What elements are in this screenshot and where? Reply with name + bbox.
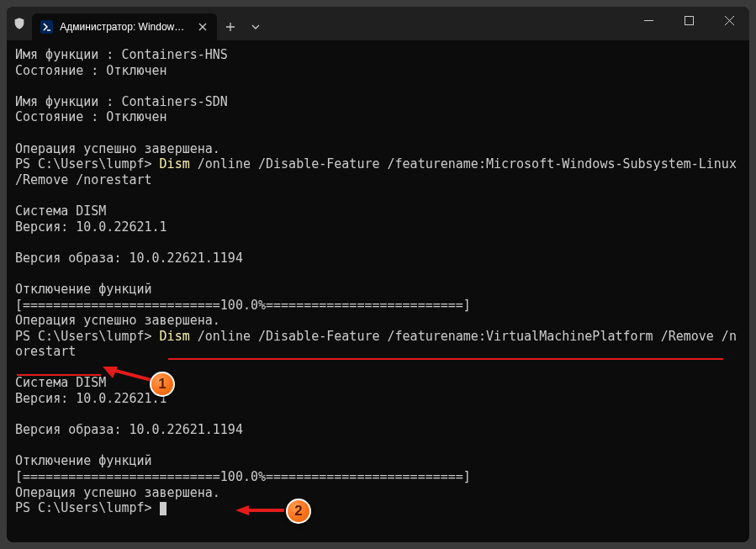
output-line: Версия образа: 10.0.22621.1194 bbox=[15, 422, 243, 437]
annotation-underline-1b bbox=[17, 374, 101, 376]
minimize-icon bbox=[644, 16, 653, 25]
annotation-bubble-1: 1 bbox=[150, 372, 175, 397]
terminal-content[interactable]: Имя функции : Containers-HNS Состояние :… bbox=[7, 40, 749, 542]
output-line: Имя функции : Containers-HNS bbox=[15, 47, 228, 62]
tab-active[interactable]: Администратор: Windows Po bbox=[32, 13, 217, 40]
tab-title: Администратор: Windows Po bbox=[60, 21, 188, 33]
output-line: Версия образа: 10.0.22621.1194 bbox=[15, 251, 243, 266]
output-line: Отключение функций bbox=[15, 282, 152, 297]
terminal-window: Администратор: Windows Po Имя функции : … bbox=[7, 7, 749, 542]
annotation-arrow-2 bbox=[234, 504, 284, 517]
command: Dism bbox=[160, 156, 190, 172]
close-icon bbox=[725, 16, 734, 25]
output-line: Cистема DISM bbox=[15, 203, 106, 219]
output-line: Операция успешно завершена. bbox=[15, 313, 220, 328]
titlebar[interactable]: Администратор: Windows Po bbox=[7, 7, 749, 40]
maximize-icon bbox=[685, 16, 694, 25]
output-line: Версия: 10.0.22621.1 bbox=[15, 219, 167, 235]
output-line: Операция успешно завершена. bbox=[15, 485, 220, 500]
new-tab-button[interactable] bbox=[217, 13, 244, 40]
close-button[interactable] bbox=[709, 7, 749, 34]
minimize-button[interactable] bbox=[628, 7, 669, 34]
cursor bbox=[160, 502, 167, 515]
svg-rect-0 bbox=[685, 16, 693, 24]
app-icon bbox=[7, 7, 32, 40]
output-line: Состояние : Отключен bbox=[15, 109, 167, 124]
annotation-bubble-2: 2 bbox=[286, 499, 311, 524]
powershell-icon bbox=[40, 20, 53, 34]
output-line: Операция успешно завершена. bbox=[15, 141, 220, 156]
output-line: [==========================100.0%=======… bbox=[15, 469, 471, 484]
output-line: [==========================100.0%=======… bbox=[15, 298, 471, 313]
output-line: Состояние : Отключен bbox=[15, 63, 167, 78]
close-icon bbox=[198, 23, 207, 31]
output-line: Имя функции : Containers-SDN bbox=[15, 94, 228, 109]
plus-icon bbox=[225, 22, 235, 32]
chevron-down-icon bbox=[251, 23, 260, 31]
tab-close-button[interactable] bbox=[196, 19, 210, 34]
command: Dism bbox=[160, 329, 190, 344]
output-line: Отключение функций bbox=[15, 453, 152, 468]
maximize-button[interactable] bbox=[669, 7, 709, 34]
prompt: PS C:\Users\lumpf> bbox=[15, 329, 160, 344]
output-line: Версия: 10.0.22621.1 bbox=[15, 391, 167, 406]
tab-dropdown-button[interactable] bbox=[244, 13, 267, 40]
window-controls bbox=[628, 7, 749, 40]
prompt: PS C:\Users\lumpf> bbox=[15, 500, 160, 515]
shield-icon bbox=[13, 17, 26, 30]
prompt: PS C:\Users\lumpf> bbox=[15, 156, 160, 172]
annotation-underline-1 bbox=[168, 358, 723, 360]
output-line: Cистема DISM bbox=[15, 375, 106, 390]
annotation-arrow-1 bbox=[101, 365, 151, 383]
